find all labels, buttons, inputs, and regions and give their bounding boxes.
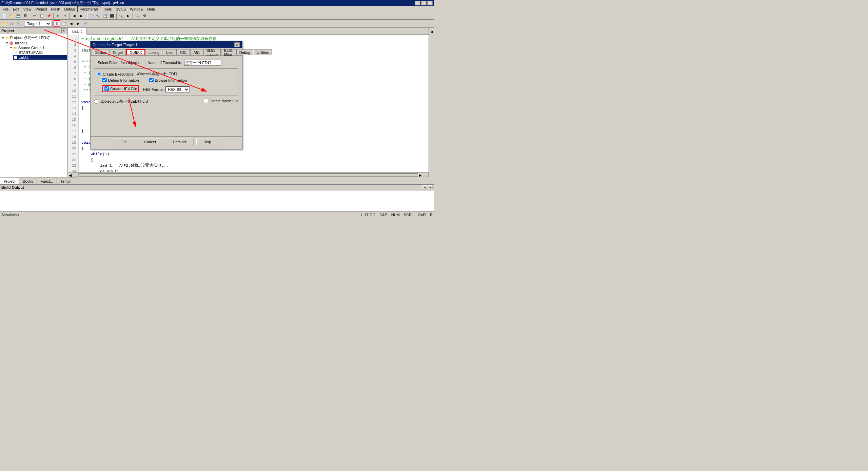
- dialog-tab-target[interactable]: Target: [110, 49, 126, 55]
- dialog-close-btn[interactable]: ×: [234, 42, 240, 47]
- options-dialog[interactable]: Options for Target 'Target 1' × Device T…: [90, 41, 242, 149]
- dialog-tab-listing[interactable]: Listing: [145, 49, 162, 55]
- tree-file-startup[interactable]: 📄 STARTUP.A51: [13, 50, 67, 55]
- tb2-btn5[interactable]: 🔗: [82, 20, 89, 27]
- dialog-tab-user[interactable]: User: [163, 49, 177, 55]
- build-all-btn[interactable]: 🔨: [94, 13, 101, 19]
- undo-btn[interactable]: ↩: [55, 13, 61, 19]
- menu-view[interactable]: View: [21, 6, 34, 12]
- project-btn[interactable]: 📁: [1, 20, 7, 27]
- tab-templates[interactable]: Templ...: [57, 178, 78, 184]
- tab-functions[interactable]: Funct...: [37, 178, 57, 184]
- editor-tabs: LED.c: [68, 28, 429, 35]
- tree-root[interactable]: ▼ 📁 Project: 点亮一个LED灯: [1, 35, 67, 41]
- menu-file[interactable]: File: [1, 6, 11, 12]
- toolbar-2: 📁 ◻ 🔧 Target 1 ⚙ 📋 ◀ ▶ 🔗: [0, 20, 434, 28]
- tab-books[interactable]: Books: [19, 178, 37, 184]
- sep8: [52, 21, 53, 27]
- name-executable-input[interactable]: [184, 60, 221, 66]
- dialog-tab-c51[interactable]: C51: [177, 49, 190, 55]
- maximize-button[interactable]: □: [421, 1, 427, 5]
- bottom-area: Project Books Funct... Templ... Build Ou…: [0, 177, 434, 211]
- folder-row: Select Folder for Objects... Name of Exe…: [94, 59, 238, 66]
- title-bar: E:\MyDocument\04-Embedded system\03.proj…: [0, 0, 434, 6]
- menu-flash[interactable]: Flash: [49, 6, 62, 12]
- source-branch: ▼ 📂 Source Group 1 📄 STARTUP.A51 📄 LED.c: [9, 45, 67, 60]
- source-expand-icon: ▼: [9, 46, 13, 49]
- project-panel: Project × ▼ 📁 Project: 点亮一个LED灯 ▼ 🎯 Targ…: [0, 28, 68, 177]
- menu-tools[interactable]: Tools: [101, 6, 114, 12]
- save-all-btn[interactable]: 🗄: [22, 13, 29, 19]
- scroll-track[interactable]: [79, 173, 418, 177]
- zoom-in-btn[interactable]: 🔍: [134, 13, 141, 19]
- options-btn[interactable]: ⚙: [141, 13, 148, 19]
- copy-btn[interactable]: 📋: [38, 13, 45, 19]
- sep7: [23, 21, 23, 27]
- right-panel-label[interactable]: ▶: [430, 30, 433, 34]
- tree-target[interactable]: ▼ 🎯 Target 1: [5, 41, 67, 45]
- ok-button[interactable]: OK: [114, 139, 134, 145]
- dialog-tab-bl51locate[interactable]: BL51 Locate: [203, 49, 221, 55]
- scroll-right-btn[interactable]: ▶: [418, 173, 429, 177]
- cut-btn[interactable]: ✂: [31, 13, 38, 19]
- tb2-btn4[interactable]: ▶: [75, 20, 82, 27]
- tb2-btn3[interactable]: 🔧: [15, 20, 22, 27]
- dialog-tab-device[interactable]: Device: [92, 49, 109, 55]
- help-button[interactable]: Help: [196, 139, 218, 145]
- dialog-tab-bl51misc[interactable]: BL51 Misc: [221, 49, 236, 55]
- tb2-btn2[interactable]: 📋: [61, 20, 67, 27]
- debug-info-check[interactable]: [102, 78, 107, 82]
- select-folder-btn[interactable]: Select Folder for Objects...: [94, 59, 145, 66]
- scroll-left-btn[interactable]: ◀: [68, 173, 79, 177]
- build-close-btn[interactable]: ×: [428, 185, 433, 189]
- horizontal-scrollbar[interactable]: ◀ ▶: [68, 172, 429, 177]
- options-target-btn[interactable]: ⚙: [54, 20, 60, 27]
- browse-info-check[interactable]: [149, 78, 154, 82]
- menu-debug[interactable]: Debug: [62, 6, 77, 12]
- menu-edit[interactable]: Edit: [11, 6, 21, 12]
- tree-file-led[interactable]: 📄 LED.c: [13, 55, 67, 60]
- create-hex-check[interactable]: [104, 86, 109, 91]
- back-btn[interactable]: ◀: [71, 13, 78, 19]
- menu-svcs[interactable]: SVCS: [114, 6, 128, 12]
- status-bar: Simulation L:17 C:2 CAP NUM SCRL OVR R: [0, 211, 434, 218]
- dialog-tab-debug[interactable]: Debug: [236, 49, 253, 55]
- redo-btn[interactable]: ↪: [62, 13, 68, 19]
- build-collapse-btn[interactable]: −: [422, 185, 427, 189]
- menu-peripherals[interactable]: Peripherals: [77, 6, 101, 12]
- dialog-tabs: Device Target Output Listing User C51 A5…: [91, 48, 242, 56]
- minimize-button[interactable]: −: [415, 1, 420, 5]
- forward-btn[interactable]: ▶: [78, 13, 85, 19]
- menu-window[interactable]: Window: [128, 6, 145, 12]
- paste-btn[interactable]: 📌: [45, 13, 52, 19]
- defaults-button[interactable]: Defaults: [166, 139, 194, 145]
- project-panel-close[interactable]: ×: [61, 28, 66, 33]
- open-btn[interactable]: 📂: [8, 13, 15, 19]
- target-select[interactable]: Target 1: [24, 21, 51, 27]
- hex-format-select[interactable]: HEX-80 HEX-386: [165, 86, 190, 93]
- create-exe-radio[interactable]: [97, 72, 101, 76]
- tree-source-group[interactable]: ▼ 📂 Source Group 1: [9, 45, 67, 50]
- build-btn[interactable]: ⚡: [87, 13, 94, 19]
- dialog-tab-utilities[interactable]: Utilities: [254, 49, 272, 55]
- tab-project[interactable]: Project: [0, 178, 19, 184]
- close-button[interactable]: ×: [427, 1, 433, 5]
- menu-help[interactable]: Help: [145, 6, 157, 12]
- save-btn[interactable]: 💾: [15, 13, 22, 19]
- create-lib-radio[interactable]: [94, 99, 98, 104]
- create-batch-check[interactable]: [204, 99, 208, 103]
- run-btn[interactable]: ▶: [125, 13, 132, 19]
- rebuild-btn[interactable]: 🔄: [101, 13, 108, 19]
- search-btn[interactable]: 🔍: [118, 13, 124, 19]
- info-checkboxes: Debug Information Browse Information: [102, 78, 235, 84]
- menu-project[interactable]: Project: [33, 6, 49, 12]
- cancel-button[interactable]: Cancel: [137, 139, 163, 145]
- editor-tab-ledc[interactable]: LED.c: [68, 28, 87, 35]
- tb2-btn3b[interactable]: ◀: [68, 20, 75, 27]
- sep3: [70, 13, 70, 19]
- dialog-tab-output[interactable]: Output: [126, 49, 145, 55]
- new-file-btn[interactable]: 📄: [1, 13, 7, 19]
- stop-btn[interactable]: ⬛: [108, 13, 115, 19]
- select-btn[interactable]: ◻: [8, 20, 15, 27]
- dialog-tab-a51[interactable]: A51: [190, 49, 203, 55]
